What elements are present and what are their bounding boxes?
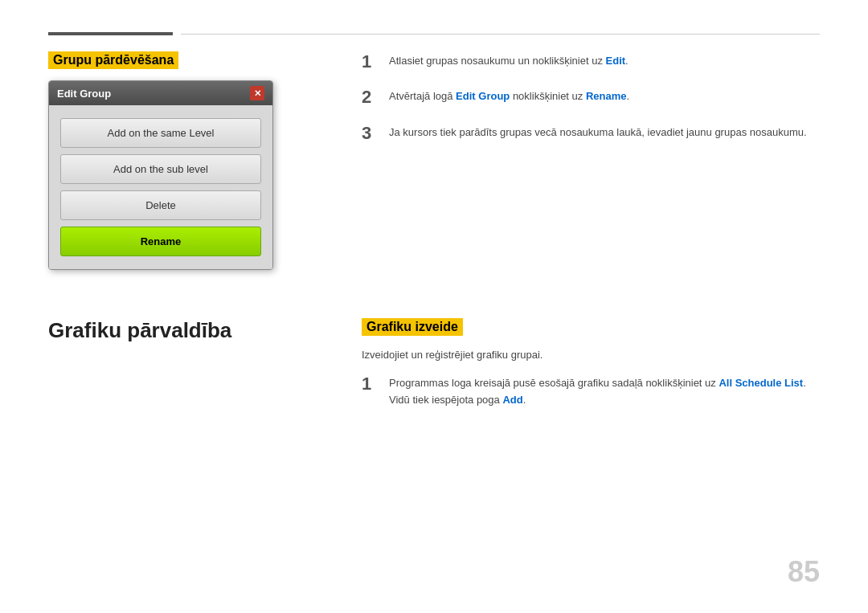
- add-sub-level-button[interactable]: Add on the sub level: [60, 154, 261, 184]
- step-text-3: Ja kursors tiek parādīts grupas vecā nos…: [389, 123, 807, 141]
- step-item-2: 2 Atvērtajā logā Edit Group noklikšķinie…: [362, 87, 820, 108]
- top-content-row: Grupu pārdēvēšana Edit Group ✕ Add on th…: [48, 51, 820, 270]
- left-column-top: Grupu pārdēvēšana Edit Group ✕ Add on th…: [48, 51, 330, 270]
- section1-heading: Grupu pārdēvēšana: [48, 51, 178, 69]
- step2-text-mid: noklikšķiniet uz: [510, 90, 586, 102]
- top-decorative-lines: [48, 32, 820, 35]
- section2-desc: Izveidojiet un reģistrējiet grafiku grup…: [362, 347, 820, 364]
- step-item-bottom-1: 1 Programmas loga kreisajā pusē esošajā …: [362, 374, 820, 409]
- s2-step1-link1[interactable]: All Schedule List: [719, 377, 803, 389]
- s2-step1-text-before: Programmas loga kreisajā pusē esošajā gr…: [389, 377, 719, 389]
- steps-list-bottom: 1 Programmas loga kreisajā pusē esošajā …: [362, 374, 820, 409]
- top-line-thick: [48, 32, 173, 35]
- top-line-thin: [181, 34, 820, 35]
- step2-link-editgroup[interactable]: Edit Group: [456, 90, 510, 102]
- dialog-body: Add on the same Level Add on the sub lev…: [49, 105, 272, 269]
- step-number-3: 3: [362, 123, 379, 144]
- step2-link-rename[interactable]: Rename: [586, 90, 627, 102]
- step-text-1: Atlasiet grupas nosaukumu un noklikšķini…: [389, 51, 628, 70]
- section2-right-heading: Grafiku izveide: [362, 318, 463, 336]
- steps-list-top: 1 Atlasiet grupas nosaukumu un noklikšķi…: [362, 51, 820, 144]
- rename-button[interactable]: Rename: [60, 227, 261, 256]
- bottom-content-row: Grafiku pārvaldība Grafiku izveide Izvei…: [48, 318, 820, 423]
- page-container: Grupu pārdēvēšana Edit Group ✕ Add on th…: [0, 0, 868, 613]
- step1-link-edit[interactable]: Edit: [606, 55, 626, 67]
- step-item-1: 1 Atlasiet grupas nosaukumu un noklikšķi…: [362, 51, 820, 72]
- dialog-title: Edit Group: [57, 88, 111, 100]
- step-number-2: 2: [362, 87, 379, 108]
- step1-text-before: Atlasiet grupas nosaukumu un noklikšķini…: [389, 55, 606, 67]
- step2-text-before: Atvērtajā logā: [389, 90, 456, 102]
- dialog-close-button[interactable]: ✕: [250, 86, 264, 100]
- s2-step1-text-after: .: [523, 394, 526, 406]
- edit-group-dialog: Edit Group ✕ Add on the same Level Add o…: [48, 80, 273, 270]
- delete-button[interactable]: Delete: [60, 190, 261, 220]
- step-item-3: 3 Ja kursors tiek parādīts grupas vecā n…: [362, 123, 820, 144]
- step-number-1: 1: [362, 51, 379, 72]
- add-same-level-button[interactable]: Add on the same Level: [60, 118, 261, 148]
- step1-text-after: .: [625, 55, 628, 67]
- dialog-titlebar: Edit Group ✕: [49, 81, 272, 105]
- right-column-top: 1 Atlasiet grupas nosaukumu un noklikšķi…: [362, 51, 820, 270]
- bottom-left-column: Grafiku pārvaldība: [48, 318, 330, 423]
- s2-step1-link2[interactable]: Add: [502, 394, 522, 406]
- step-text-2: Atvērtajā logā Edit Group noklikšķiniet …: [389, 87, 629, 105]
- step-text-bottom-1: Programmas loga kreisajā pusē esošajā gr…: [389, 374, 820, 409]
- page-number: 85: [788, 555, 820, 589]
- bottom-right-column: Grafiku izveide Izveidojiet un reģistrēj…: [362, 318, 820, 423]
- section2-left-heading: Grafiku pārvaldība: [48, 318, 330, 343]
- step-number-bottom-1: 1: [362, 374, 379, 394]
- step2-text-after: .: [627, 90, 630, 102]
